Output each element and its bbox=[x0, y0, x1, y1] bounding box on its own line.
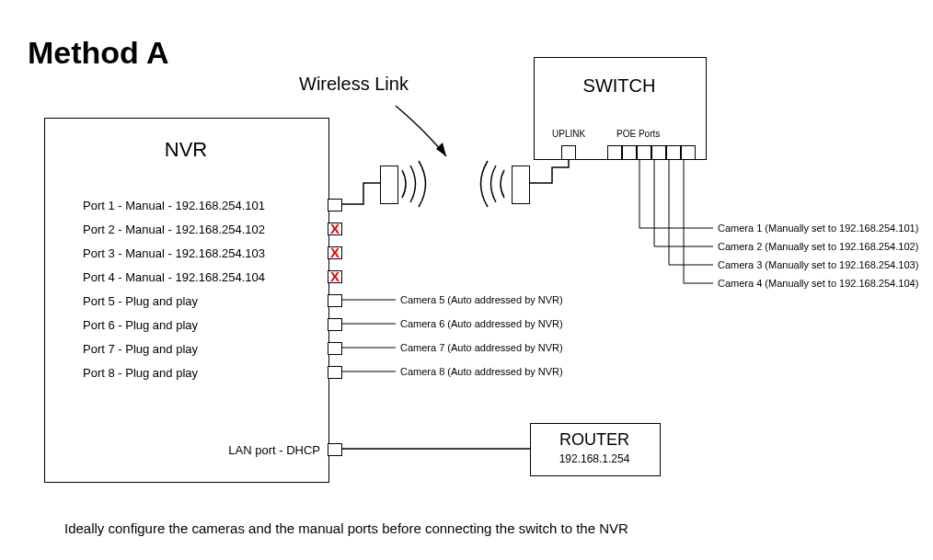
diagram-title: Method A bbox=[28, 35, 169, 71]
cam-manual-4: Camera 4 (Manually set to 192.168.254.10… bbox=[718, 278, 918, 289]
nvr-port-4: Port 4 - Manual - 192.168.254.104 bbox=[83, 270, 265, 284]
nvr-title: NVR bbox=[44, 138, 328, 162]
switch-poe-jack-3 bbox=[637, 145, 651, 160]
nvr-port-6: Port 6 - Plug and play bbox=[83, 318, 198, 332]
diagram-stage: Method A Wireless Link NVR Port 1 - Manu… bbox=[0, 0, 933, 560]
switch-poe-jack-5 bbox=[666, 145, 681, 160]
nvr-lan-jack bbox=[328, 443, 342, 456]
switch-poe-label: POE Ports bbox=[616, 129, 660, 139]
switch-title: SWITCH bbox=[534, 75, 705, 97]
svg-marker-0 bbox=[436, 143, 446, 156]
nvr-jack-6 bbox=[328, 318, 342, 331]
nvr-jack-1 bbox=[328, 199, 342, 211]
nvr-port-2: Port 2 - Manual - 192.168.254.102 bbox=[83, 223, 265, 236]
footnote-text: Ideally configure the cameras and the ma… bbox=[64, 520, 628, 536]
cam-manual-2: Camera 2 (Manually set to 192.168.254.10… bbox=[718, 241, 918, 252]
nvr-port-8: Port 8 - Plug and play bbox=[83, 366, 198, 380]
nvr-port-5: Port 5 - Plug and play bbox=[83, 294, 198, 308]
switch-uplink-jack bbox=[561, 145, 576, 160]
x-mark-icon: X bbox=[328, 246, 342, 259]
wireless-link-label: Wireless Link bbox=[299, 74, 409, 95]
nvr-jack-7 bbox=[328, 342, 342, 355]
cam-auto-8: Camera 8 (Auto addressed by NVR) bbox=[400, 366, 563, 377]
antenna-right bbox=[512, 166, 530, 204]
x-mark-icon: X bbox=[328, 222, 342, 235]
cam-auto-6: Camera 6 (Auto addressed by NVR) bbox=[400, 318, 563, 329]
switch-poe-jack-6 bbox=[681, 145, 696, 160]
switch-poe-jack-1 bbox=[607, 145, 622, 160]
antenna-left bbox=[380, 166, 398, 204]
nvr-port-7: Port 7 - Plug and play bbox=[83, 342, 198, 356]
nvr-jack-8 bbox=[328, 366, 342, 379]
nvr-lan-label: LAN port - DHCP bbox=[201, 443, 320, 457]
nvr-jack-5 bbox=[328, 294, 342, 307]
nvr-port-1: Port 1 - Manual - 192.168.254.101 bbox=[83, 199, 265, 212]
cam-auto-5: Camera 5 (Auto addressed by NVR) bbox=[400, 294, 563, 305]
router-ip: 192.168.1.254 bbox=[530, 452, 659, 465]
cam-manual-1: Camera 1 (Manually set to 192.168.254.10… bbox=[718, 223, 918, 234]
switch-poe-jack-2 bbox=[622, 145, 637, 160]
nvr-port-3: Port 3 - Manual - 192.168.254.103 bbox=[83, 246, 265, 260]
x-mark-icon: X bbox=[328, 269, 342, 283]
switch-poe-jack-4 bbox=[651, 145, 666, 160]
cam-manual-3: Camera 3 (Manually set to 192.168.254.10… bbox=[718, 259, 918, 270]
switch-uplink-label: UPLINK bbox=[552, 129, 585, 139]
router-title: ROUTER bbox=[530, 430, 659, 450]
cam-auto-7: Camera 7 (Auto addressed by NVR) bbox=[400, 342, 563, 353]
